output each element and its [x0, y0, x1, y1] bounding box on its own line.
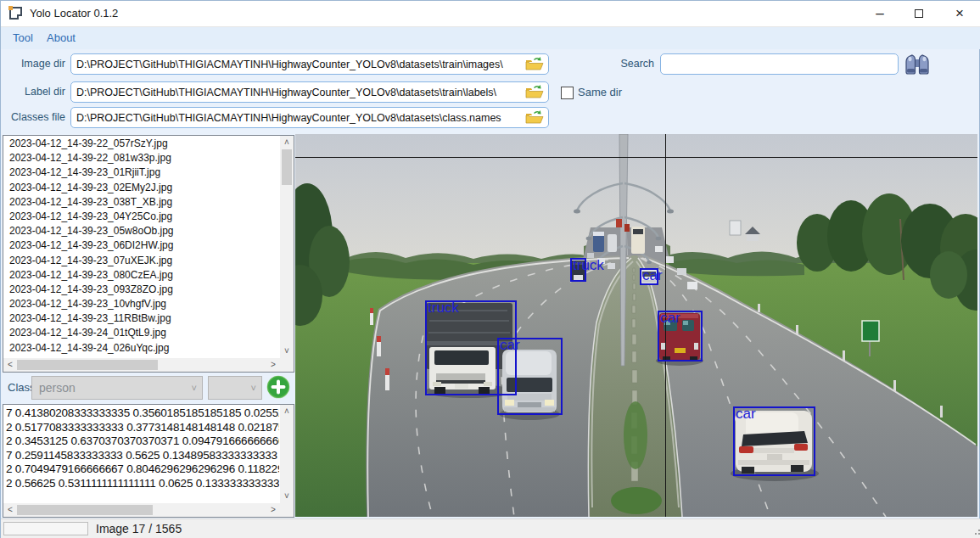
list-item[interactable]: 2023-04-12_14-39-23_05w8oOb.jpg	[4, 224, 279, 238]
label-dir-field[interactable]	[70, 81, 549, 103]
menu-item-tool[interactable]: Tool	[8, 27, 38, 49]
search-input[interactable]	[666, 54, 894, 76]
chevron-down-icon: ˅	[192, 377, 197, 399]
list-item[interactable]: 2023-04-12_14-39-23_11RBtBw.jpg	[4, 311, 279, 326]
annotation-line: 2 0.5177083333333333 0.3773148148148148 …	[6, 421, 279, 435]
scroll-down-icon[interactable]: ˅	[280, 490, 294, 503]
scroll-right-icon[interactable]: ˃	[266, 358, 280, 372]
menu-item-about[interactable]: About	[42, 27, 81, 49]
bounding-box-label: car	[736, 406, 756, 423]
app-icon	[9, 7, 22, 20]
classes-file-field[interactable]	[70, 107, 549, 128]
scroll-corner	[280, 503, 294, 517]
menu-bar: Tool About	[1, 27, 980, 49]
app-window: Yolo Locator 0.1.2 – × Tool About Image …	[0, 0, 980, 538]
bounding-box-label: car	[500, 337, 520, 354]
list-item[interactable]: 2023-04-12_14-39-23_07uXEJK.jpg	[4, 254, 279, 268]
window-title: Yolo Locator 0.1.2	[30, 1, 118, 26]
status-bar: Image 17 / 1565	[1, 518, 980, 538]
scroll-left-icon[interactable]: ˂	[3, 358, 17, 372]
image-canvas[interactable]: truckcartruckcarcarcar	[295, 134, 977, 517]
close-button[interactable]: ×	[940, 1, 979, 26]
same-dir-checkbox[interactable]	[561, 87, 574, 99]
annotation-vscrollbar[interactable]: ˄ ˅	[280, 405, 294, 503]
label-dir-browse-button[interactable]	[524, 84, 545, 100]
hscroll-thumb[interactable]	[17, 360, 158, 370]
classes-file-label: Classes file	[1, 107, 65, 128]
list-item[interactable]: 2023-04-12_14-39-22_057rSzY.jpg	[4, 137, 279, 151]
annotation-layer[interactable]: truckcartruckcarcarcar	[295, 134, 977, 517]
annotation-lines: 7 0.41380208333333335 0.3560185185185185…	[6, 406, 279, 502]
scroll-left-icon[interactable]: ˂	[3, 503, 17, 517]
list-item[interactable]: 2023-04-12_14-39-22_081w33p.jpg	[4, 151, 279, 165]
vscroll-thumb[interactable]	[282, 149, 292, 185]
bounding-box[interactable]: car	[658, 311, 703, 361]
open-folder-icon	[524, 56, 545, 72]
list-item[interactable]: 2023-04-12_14-39-23_06DI2HW.jpg	[4, 238, 279, 253]
list-item[interactable]: 2023-04-12_14-39-23_04Y25Co.jpg	[4, 210, 279, 224]
annotation-line: 2 0.3453125 0.6370370370370371 0.0947916…	[6, 434, 279, 449]
list-item[interactable]: 2023-04-12_14-39-23_02EMy2J.jpg	[4, 181, 279, 195]
annotation-line: 2 0.7049479166666667 0.8046296296296296 …	[6, 462, 279, 477]
bounding-box[interactable]: car	[733, 406, 815, 476]
annotation-hscrollbar[interactable]: ˂ ˃	[3, 503, 280, 517]
scroll-up-icon[interactable]: ˄	[280, 405, 294, 418]
image-dir-input[interactable]	[76, 54, 519, 74]
image-dir-label: Image dir	[1, 53, 65, 75]
image-dir-field[interactable]	[70, 53, 549, 75]
file-list: 2023-04-12_14-39-22_057rSzY.jpg2023-04-1…	[3, 135, 294, 373]
file-list-items[interactable]: 2023-04-12_14-39-22_057rSzY.jpg2023-04-1…	[4, 137, 279, 357]
image-counter: Image 17 / 1565	[96, 519, 182, 538]
title-bar: Yolo Locator 0.1.2 – ×	[1, 1, 980, 27]
scroll-right-icon[interactable]: ˃	[266, 503, 280, 517]
size-dropdown[interactable]: ˅	[208, 376, 262, 400]
annotation-line: 7 0.2591145833333333 0.5625 0.1348958333…	[6, 449, 279, 463]
label-dir-input[interactable]	[76, 82, 519, 102]
open-folder-icon	[524, 109, 545, 126]
resize-grip-icon[interactable]	[975, 533, 977, 535]
annotation-textarea[interactable]: 7 0.41380208333333335 0.3560185185185185…	[3, 404, 294, 518]
bounding-box-label: truck	[428, 300, 459, 317]
progress-box	[3, 522, 88, 535]
list-item[interactable]: 2023-04-12_14-39-24_01tQtL9.jpg	[4, 326, 279, 340]
bounding-box[interactable]: truck	[570, 258, 586, 282]
list-item[interactable]: 2023-04-12_14-39-23_038T_XB.jpg	[4, 195, 279, 210]
class-dropdown[interactable]: person ˅	[31, 376, 203, 400]
annotation-line: 7 0.41380208333333335 0.3560185185185185…	[6, 406, 279, 421]
maximize-icon	[915, 9, 923, 18]
list-item[interactable]: 2023-04-12_14-39-23_093Z8ZO.jpg	[4, 283, 279, 297]
search-button[interactable]	[904, 52, 931, 77]
chevron-down-icon: ˅	[251, 377, 256, 399]
file-list-hscrollbar[interactable]: ˂ ˃	[3, 358, 280, 372]
list-item[interactable]: 2023-04-12_14-39-23_10vhgfV.jpg	[4, 297, 279, 311]
list-item[interactable]: 2023-04-12_14-39-24_026uYqc.jpg	[4, 341, 279, 356]
file-list-vscrollbar[interactable]: ˄ ˅	[280, 136, 294, 358]
hscroll-thumb[interactable]	[17, 505, 153, 515]
search-label: Search	[593, 53, 654, 75]
list-item[interactable]: 2023-04-12_14-39-23_01RjiiT.jpg	[4, 165, 279, 180]
bounding-box-label: car	[642, 267, 663, 284]
maximize-button[interactable]	[899, 1, 938, 26]
add-class-button[interactable]	[266, 375, 290, 399]
minimize-button[interactable]: –	[860, 1, 899, 26]
binoculars-icon	[904, 52, 931, 77]
list-item[interactable]: 2023-04-12_14-39-23_080CzEA.jpg	[4, 268, 279, 283]
close-icon: ×	[955, 1, 964, 26]
bounding-box[interactable]: car	[497, 338, 563, 415]
image-dir-browse-button[interactable]	[524, 56, 545, 72]
plus-icon	[266, 375, 290, 399]
classes-file-browse-button[interactable]	[524, 109, 545, 126]
scroll-down-icon[interactable]: ˅	[280, 345, 294, 358]
bounding-box-label: car	[660, 310, 680, 327]
minimize-icon: –	[876, 1, 883, 26]
open-folder-icon	[524, 84, 545, 100]
search-field[interactable]	[660, 53, 899, 75]
list-item[interactable]: 2023-04-12_14-39-24_03	[4, 356, 279, 357]
class-dropdown-value: person	[39, 377, 76, 399]
bounding-box-label: truck	[573, 257, 604, 274]
scroll-corner	[280, 358, 294, 372]
bounding-box[interactable]: car	[640, 268, 658, 285]
classes-file-input[interactable]	[76, 108, 519, 127]
annotation-line: 2 0.56625 0.5311111111111111 0.0625 0.13…	[6, 477, 279, 491]
scroll-up-icon[interactable]: ˄	[280, 136, 294, 149]
